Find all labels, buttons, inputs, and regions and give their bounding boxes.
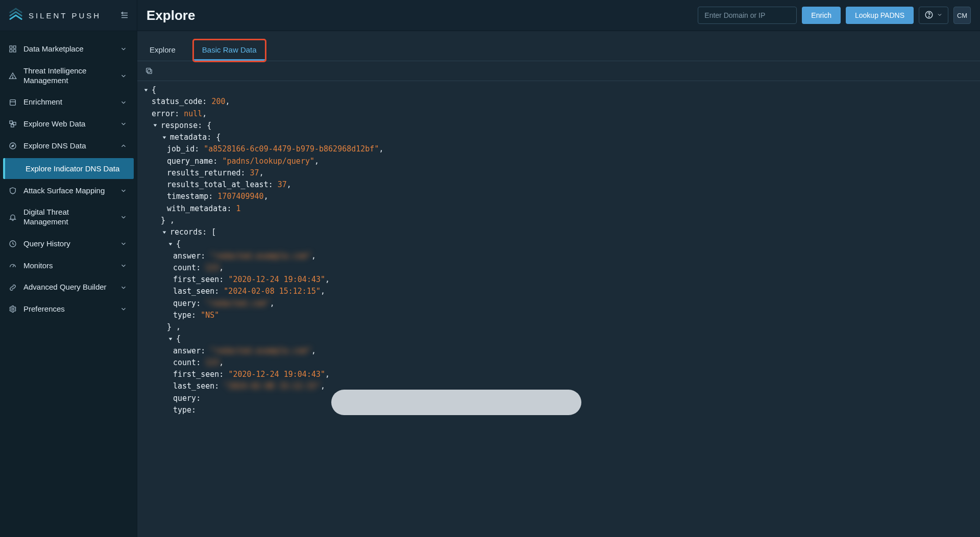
json-row: error: null,: [137, 108, 980, 120]
sidebar-item-threat-intelligence[interactable]: Threat Intelligence Management: [0, 60, 137, 92]
json-row: results_returned: 37,: [137, 167, 980, 179]
modules-icon: [8, 119, 17, 129]
sidebar-item-advanced-query-builder[interactable]: Advanced Query Builder: [0, 276, 137, 298]
sidebar-item-label: Explore DNS Data: [23, 141, 113, 151]
sidebar-item-preferences[interactable]: Preferences: [0, 298, 137, 320]
json-toggle[interactable]: [142, 87, 150, 94]
chevron-down-icon: [119, 120, 128, 128]
chevron-down-icon: [119, 72, 128, 80]
chevron-down-icon: [937, 12, 943, 19]
tab-basic-raw-data[interactable]: Basic Raw Data: [194, 40, 265, 61]
chevron-down-icon: [119, 187, 128, 195]
sidebar-item-enrichment[interactable]: Enrichment: [0, 91, 137, 113]
sidebar-item-label: Enrichment: [23, 97, 113, 107]
sidebar-item-label: Attack Surface Mapping: [23, 186, 113, 196]
user-avatar[interactable]: CM: [953, 7, 971, 24]
json-row: timestamp: 1707409940,: [137, 191, 980, 202]
sidebar-item-label: Preferences: [23, 304, 113, 314]
chevron-down-icon: [119, 262, 128, 270]
json-toggle[interactable]: [161, 229, 168, 236]
svg-marker-28: [169, 338, 173, 340]
help-icon: [924, 10, 934, 21]
sidebar-item-attack-surface-mapping[interactable]: Attack Surface Mapping: [0, 180, 137, 202]
chevron-down-icon: [119, 240, 128, 248]
page-title: Explore: [146, 8, 195, 23]
redaction-overlay: [331, 390, 581, 415]
svg-rect-8: [13, 50, 16, 53]
sidebar-item-label: Advanced Query Builder: [23, 283, 113, 292]
link-icon: [8, 283, 17, 292]
svg-marker-27: [169, 243, 173, 245]
chevron-down-icon: [119, 45, 128, 53]
sidebar-collapse-icon[interactable]: [119, 10, 130, 20]
copy-json-button[interactable]: [143, 65, 155, 76]
shield-icon: [8, 186, 17, 195]
sidebar: Data Marketplace Threat Intelligence Man…: [0, 31, 137, 537]
compass-icon: [8, 141, 17, 150]
sidebar-item-explore-dns-data[interactable]: Explore DNS Data: [0, 135, 137, 157]
json-row: answer: "redacted.example.com",: [137, 250, 980, 262]
clock-icon: [8, 239, 17, 248]
lookup-padns-button[interactable]: Lookup PADNS: [846, 7, 914, 24]
svg-marker-24: [154, 124, 157, 127]
chevron-down-icon: [119, 305, 128, 313]
json-row: query_name: "padns/lookup/query",: [137, 156, 980, 167]
json-row: count: 123,: [137, 262, 980, 274]
layers-icon: [8, 98, 17, 107]
svg-rect-6: [13, 46, 16, 48]
svg-rect-7: [10, 50, 12, 53]
result-toolbar: [137, 61, 980, 81]
sidebar-subitem-explore-indicator-dns[interactable]: Explore Indicator DNS Data: [3, 158, 134, 179]
sidebar-item-label: Monitors: [23, 261, 113, 271]
chevron-down-icon: [119, 284, 128, 292]
svg-marker-17: [12, 145, 14, 147]
sidebar-item-label: Query History: [23, 239, 113, 249]
sidebar-item-label: Explore Web Data: [23, 119, 113, 129]
svg-rect-11: [10, 99, 16, 105]
bell-icon: [8, 213, 17, 222]
json-row: results_total_at_least: 37,: [137, 179, 980, 191]
sidebar-item-explore-web-data[interactable]: Explore Web Data: [0, 113, 137, 135]
sidebar-item-monitors[interactable]: Monitors: [0, 255, 137, 277]
json-row: } ,: [137, 215, 980, 226]
brand-mark-icon: [8, 8, 23, 23]
json-row: answer: "redacted.example.com",: [137, 345, 980, 357]
json-row: } ,: [137, 321, 980, 333]
json-row: {: [137, 333, 980, 345]
topbar: SILENT PUSH Explore Enrich Lookup PADNS …: [0, 0, 980, 31]
svg-point-4: [928, 16, 929, 17]
main-content: Explore Basic Raw Data { status_code: 20…: [137, 31, 980, 537]
svg-rect-5: [10, 46, 12, 48]
svg-point-10: [12, 77, 13, 78]
json-row: job_id: "a8528166-6c09-4479-b979-b862968…: [137, 143, 980, 155]
json-row: with_metadata: 1: [137, 203, 980, 215]
sidebar-item-query-history[interactable]: Query History: [0, 233, 137, 255]
alert-icon: [8, 71, 17, 81]
brand-name: SILENT PUSH: [29, 11, 101, 20]
json-row: count: 123,: [137, 357, 980, 369]
domain-search-input[interactable]: [698, 7, 797, 24]
sidebar-item-digital-threat-management[interactable]: Digital Threat Management: [0, 201, 137, 233]
chevron-down-icon: [119, 213, 128, 221]
help-menu-button[interactable]: [919, 7, 948, 24]
json-row: {: [137, 238, 980, 250]
json-toggle[interactable]: [152, 122, 159, 129]
svg-marker-26: [163, 231, 166, 234]
svg-marker-23: [144, 89, 148, 91]
svg-point-20: [12, 308, 14, 310]
json-toggle[interactable]: [161, 134, 168, 141]
topbar-left: SILENT PUSH: [0, 0, 137, 31]
json-toggle[interactable]: [167, 336, 174, 343]
enrich-button[interactable]: Enrich: [802, 7, 841, 24]
svg-rect-13: [10, 121, 12, 123]
sidebar-item-data-marketplace[interactable]: Data Marketplace: [0, 38, 137, 60]
json-row: last_seen: "2024-02-08 15:12:15",: [137, 286, 980, 297]
svg-line-19: [13, 265, 14, 267]
tab-explore[interactable]: Explore: [146, 40, 179, 61]
gauge-icon: [8, 261, 17, 270]
json-toggle[interactable]: [167, 241, 174, 248]
json-row: {: [137, 84, 980, 96]
json-row: first_seen: "2020-12-24 19:04:43",: [137, 369, 980, 380]
json-viewer[interactable]: { status_code: 200, error: null, respons…: [137, 81, 980, 537]
svg-marker-25: [163, 136, 166, 139]
